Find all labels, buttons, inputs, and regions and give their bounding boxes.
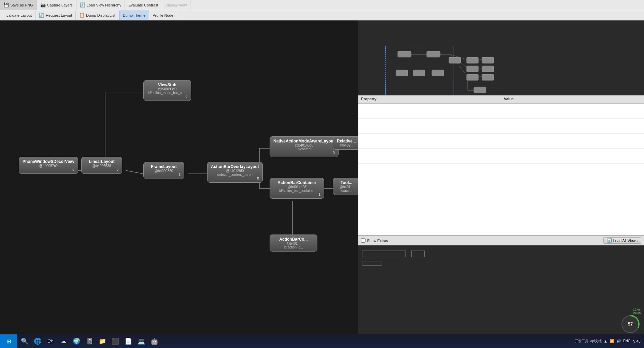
network-icon: 📶 bbox=[610, 339, 614, 343]
svg-rect-35 bbox=[482, 74, 494, 80]
properties-panel: Property Value bbox=[358, 95, 644, 236]
node-actionbarcontainer[interactable]: ActionBarContainer @b4014b98 id/action_b… bbox=[270, 178, 324, 199]
value-column-header: Value bbox=[501, 95, 644, 103]
node-framelayout[interactable]: FrameLayout @b4009860 1 bbox=[143, 162, 184, 179]
svg-rect-36 bbox=[474, 87, 486, 93]
svg-rect-31 bbox=[467, 66, 478, 72]
svg-line-1 bbox=[126, 170, 143, 174]
gauge-svg: 57 bbox=[620, 314, 641, 334]
right-panel: Property Value bbox=[358, 20, 644, 338]
dump-theme-button[interactable]: Dump Theme bbox=[119, 11, 149, 20]
node-phonedecor[interactable]: PhoneWindowSDecorView @b40057c0 0 bbox=[19, 157, 78, 174]
evaluate-contrast-button[interactable]: Evaluate Contrast bbox=[125, 0, 162, 10]
camera-icon: 📷 bbox=[40, 2, 46, 7]
minimap[interactable] bbox=[358, 20, 644, 95]
windows-logo: ⊞ bbox=[6, 338, 11, 345]
prop-row bbox=[358, 134, 644, 141]
network-label: 开发工具 bbox=[575, 339, 588, 344]
taskbar-right: 开发工具 api文档 ▲ 📶 🔊 ENG 9:43 bbox=[571, 339, 644, 344]
toolbar-bottom: Invalidate Layout 🔄 Request Layout 📋 Dum… bbox=[0, 10, 644, 20]
api-label: api文档 bbox=[590, 339, 602, 344]
up-arrow-icon[interactable]: ▲ bbox=[604, 339, 607, 343]
svg-rect-29 bbox=[449, 57, 461, 63]
sound-icon[interactable]: 🔊 bbox=[616, 339, 621, 343]
sys-tray: 开发工具 api文档 ▲ 📶 🔊 ENG bbox=[575, 339, 631, 344]
save-icon: 💾 bbox=[3, 2, 9, 7]
toolbar-top: 💾 Save as PNG 📷 Capture Layers 🔃 Load Vi… bbox=[0, 0, 644, 10]
taskbar-icon-cmd[interactable]: 💻 bbox=[135, 335, 147, 347]
right-bottom-toolbar: Show Extras 🔄 Load All Views bbox=[358, 236, 644, 245]
taskbar-icon-android[interactable]: 🤖 bbox=[148, 335, 160, 347]
canvas-rect-3 bbox=[362, 261, 382, 266]
prop-row bbox=[358, 111, 644, 119]
node-linearlayout[interactable]: LinearLayout @b4006538 0 bbox=[81, 157, 122, 174]
taskbar: ⊞ 🔍 🌐 🛍 ☁ 🌍 📓 📁 ⬛ 📄 💻 🤖 开发工具 api文档 ▲ 📶 🔊… bbox=[0, 334, 644, 348]
request-layout-button[interactable]: 🔄 Request Layout bbox=[35, 11, 76, 20]
svg-rect-30 bbox=[467, 57, 478, 63]
svg-text:57: 57 bbox=[628, 321, 633, 327]
taskbar-icon-onenote[interactable]: 📓 bbox=[83, 335, 96, 347]
lang-label: ENG bbox=[623, 339, 631, 343]
canvas-rect-1 bbox=[362, 251, 406, 257]
taskbar-icons: 🔍 🌐 🛍 ☁ 🌍 📓 📁 ⬛ 📄 💻 🤖 bbox=[17, 335, 571, 347]
taskbar-icon-browser[interactable]: 🌍 bbox=[70, 335, 83, 347]
load-all-views-button[interactable]: 🔄 Load All Views bbox=[603, 237, 641, 244]
prop-row bbox=[358, 156, 644, 164]
properties-header: Property Value bbox=[358, 95, 644, 104]
taskbar-icon-store[interactable]: 🛍 bbox=[44, 335, 57, 347]
show-extras-checkbox[interactable] bbox=[361, 238, 366, 243]
show-extras-label[interactable]: Show Extras bbox=[361, 238, 388, 243]
svg-rect-25 bbox=[427, 51, 440, 57]
display-view-button[interactable]: Display View bbox=[162, 0, 191, 10]
minimap-svg bbox=[358, 20, 644, 95]
gauge-labels: 1.2k/s 24k/s bbox=[632, 308, 641, 315]
properties-body[interactable] bbox=[358, 104, 644, 236]
prop-row bbox=[358, 149, 644, 156]
gauge-container: 57 bbox=[620, 314, 641, 334]
invalidate-layout-button[interactable]: Invalidate Layout bbox=[0, 11, 35, 20]
taskbar-icon-ie[interactable]: 🌐 bbox=[31, 335, 44, 347]
taskbar-clock[interactable]: 9:43 bbox=[633, 339, 641, 344]
taskbar-icon-word[interactable]: 📄 bbox=[122, 335, 134, 347]
save-png-button[interactable]: 💾 Save as PNG bbox=[0, 0, 37, 10]
profile-node-button[interactable]: Profile Node bbox=[149, 11, 177, 20]
prop-row bbox=[358, 104, 644, 111]
reload-icon: 🔄 bbox=[39, 13, 44, 18]
node-relative[interactable]: Relative... @b402... bbox=[333, 136, 358, 150]
svg-rect-34 bbox=[482, 66, 494, 72]
taskbar-icon-terminal[interactable]: ⬛ bbox=[109, 335, 121, 347]
svg-rect-13 bbox=[358, 20, 644, 95]
canvas-rect-2 bbox=[411, 251, 425, 257]
load-view-hierarchy-button[interactable]: 🔃 Load View Hierarchy bbox=[76, 0, 125, 10]
refresh-icon: 🔃 bbox=[80, 2, 85, 7]
dump-displaylist-button[interactable]: 📋 Dump DisplayList bbox=[76, 11, 119, 20]
list-icon: 📋 bbox=[79, 13, 85, 18]
right-bottom-canvas[interactable]: 1.2k/s 24k/s 57 bbox=[358, 245, 644, 338]
node-native[interactable]: NativeActionModeAwareLayout @b40145c8 id… bbox=[270, 136, 339, 157]
capture-layers-button[interactable]: 📷 Capture Layers bbox=[37, 0, 76, 10]
start-button[interactable]: ⊞ bbox=[0, 334, 17, 348]
svg-rect-33 bbox=[482, 57, 494, 63]
svg-rect-24 bbox=[398, 51, 411, 57]
load-icon: 🔄 bbox=[607, 238, 612, 243]
svg-rect-27 bbox=[413, 70, 425, 76]
prop-row bbox=[358, 141, 644, 149]
node-viewstub[interactable]: ViewStub @b40093d0 id/action_mode_bar_st… bbox=[143, 80, 191, 101]
svg-rect-26 bbox=[396, 70, 408, 76]
node-toolbar[interactable]: Tool... @b401... id/acti... bbox=[333, 178, 358, 195]
tree-canvas[interactable]: PhoneWindowSDecorView @b40057c0 0 Linear… bbox=[0, 20, 358, 338]
svg-rect-28 bbox=[432, 70, 444, 76]
taskbar-icon-search[interactable]: 🔍 bbox=[18, 335, 31, 347]
svg-rect-32 bbox=[467, 74, 478, 80]
property-column-header: Property bbox=[358, 95, 501, 103]
taskbar-icon-cloud[interactable]: ☁ bbox=[57, 335, 70, 347]
main-area: PhoneWindowSDecorView @b40057c0 0 Linear… bbox=[0, 20, 644, 338]
node-actionbarco2[interactable]: ActionBarCo... @b401... id/action_c... bbox=[270, 234, 317, 252]
taskbar-icon-files[interactable]: 📁 bbox=[96, 335, 109, 347]
node-actionbaroverlay[interactable]: ActionBarOverlayLayout @b40129f0 id/deco… bbox=[207, 162, 263, 183]
right-bottom-panel: Show Extras 🔄 Load All Views 1.2k/s 24k/… bbox=[358, 236, 644, 338]
prop-row bbox=[358, 119, 644, 126]
prop-row bbox=[358, 126, 644, 134]
